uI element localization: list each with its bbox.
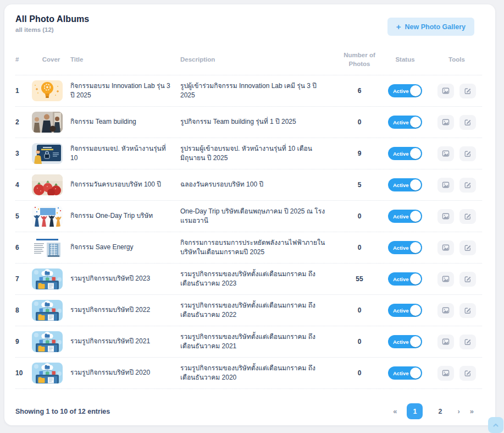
table-row: 7 รวมรูปกิจกรรมบริษัทปี 2023รวมรูปกิจกรร…: [15, 264, 482, 295]
tools-cell: [431, 240, 482, 255]
photo-count: 55: [340, 275, 379, 283]
table-row: 4 กิจกรรมวันครบรอบบริษัท 100 ปีฉลองวันคร…: [15, 169, 482, 201]
page-title: All Photo Albums: [15, 14, 89, 24]
status-label: Active: [388, 88, 409, 94]
album-description: One-Day Trip บริษัทเดือนพฤษภาคม ปี 2025 …: [180, 207, 340, 226]
table-row: 6 กิจกรรม Save Energyกิจกรรมการอบรมการปร…: [15, 232, 482, 264]
status-toggle[interactable]: Active: [388, 178, 422, 191]
status-label: Active: [388, 370, 409, 376]
column-index: #: [15, 56, 32, 64]
album-cover-image[interactable]: [32, 112, 70, 133]
manage-photos-button[interactable]: [437, 146, 454, 161]
pagination-first-button[interactable]: «: [393, 407, 397, 415]
album-description: รูปรวมผู้เข้าอบรมจป. หัวหน้างานรุ่นที่ 1…: [180, 144, 340, 163]
column-cover: Cover: [32, 56, 70, 64]
manage-photos-button[interactable]: [437, 272, 454, 287]
edit-album-button[interactable]: [459, 146, 476, 161]
column-tools: Tools: [431, 56, 482, 64]
row-index: 6: [15, 244, 32, 251]
pagination: «12›»: [393, 403, 474, 419]
edit-album-button[interactable]: [459, 209, 476, 224]
edit-icon: [464, 306, 472, 314]
status-toggle[interactable]: Active: [388, 304, 422, 317]
cover-art-save-energy-poster: [32, 237, 63, 258]
table-footer: Showing 1 to 10 of 12 entries «12›»: [15, 403, 482, 419]
edit-icon: [464, 338, 472, 346]
status-toggle[interactable]: Active: [388, 84, 422, 97]
row-index: 9: [15, 338, 32, 346]
edit-album-button[interactable]: [459, 178, 476, 193]
photo-count: 0: [340, 212, 379, 220]
manage-photos-button[interactable]: [437, 303, 454, 318]
status-toggle[interactable]: Active: [388, 366, 422, 380]
album-cover-image[interactable]: [32, 300, 70, 321]
album-cover-image[interactable]: [32, 143, 70, 164]
status-label: Active: [388, 182, 409, 188]
edit-icon: [464, 212, 472, 220]
cover-art-party-celebration: [32, 206, 63, 227]
status-toggle[interactable]: Active: [388, 272, 422, 286]
status-label: Active: [388, 308, 409, 314]
tools-cell: [431, 272, 482, 287]
photo-count: 5: [340, 181, 379, 189]
manage-photos-button[interactable]: [437, 84, 454, 98]
status-toggle[interactable]: Active: [388, 335, 422, 348]
scroll-to-top-button[interactable]: [488, 417, 503, 433]
tools-cell: [431, 84, 482, 98]
album-cover-image[interactable]: [32, 237, 70, 258]
album-cover-image[interactable]: [32, 174, 70, 195]
toggle-knob: [410, 368, 421, 379]
edit-icon: [464, 275, 472, 283]
table-row: 5 กิจกรรม One-Day Trip บริษัทOne-Day Tri…: [15, 201, 482, 232]
album-cover-image[interactable]: [32, 331, 70, 352]
edit-album-button[interactable]: [459, 84, 476, 98]
edit-album-button[interactable]: [459, 272, 476, 287]
manage-photos-button[interactable]: [437, 366, 454, 381]
edit-icon: [464, 244, 472, 251]
album-title: กิจกรรมวันครบรอบบริษัท 100 ปี: [70, 180, 180, 189]
album-cover-image[interactable]: [32, 80, 70, 101]
status-toggle[interactable]: Active: [388, 116, 422, 129]
status-toggle[interactable]: Active: [388, 241, 422, 254]
table-header: # Cover Title Description Number of Phot…: [15, 43, 482, 75]
new-photo-gallery-label: New Photo Gallery: [405, 23, 466, 31]
photo-albums-panel: All Photo Albums all items (12) + New Ph…: [4, 4, 495, 425]
edit-album-button[interactable]: [459, 115, 476, 130]
edit-album-button[interactable]: [459, 240, 476, 255]
status-cell: Active: [379, 241, 431, 254]
album-title: กิจกรรม Team building: [70, 117, 180, 127]
cover-art-cybersecurity-poster: [32, 143, 63, 164]
image-icon: [442, 212, 450, 220]
edit-album-button[interactable]: [459, 303, 476, 318]
title-block: All Photo Albums all items (12): [15, 14, 89, 33]
row-index: 3: [15, 150, 32, 157]
manage-photos-button[interactable]: [437, 115, 454, 130]
status-cell: Active: [379, 210, 431, 223]
column-photos: Number of Photos: [340, 51, 379, 68]
album-description: กิจกรรมการอบรมการประหยัดพลังงานไฟฟ้าภายใ…: [180, 238, 340, 257]
manage-photos-button[interactable]: [437, 178, 454, 193]
edit-album-button[interactable]: [459, 335, 476, 349]
edit-album-button[interactable]: [459, 366, 476, 381]
status-label: Active: [388, 151, 409, 157]
pagination-page[interactable]: 2: [432, 403, 448, 419]
album-cover-image[interactable]: [32, 206, 70, 227]
tools-cell: [431, 146, 482, 161]
pagination-last-button[interactable]: »: [470, 407, 474, 415]
new-photo-gallery-button[interactable]: + New Photo Gallery: [387, 18, 474, 36]
album-cover-image[interactable]: [32, 268, 70, 289]
pagination-page-current[interactable]: 1: [407, 403, 423, 419]
status-toggle[interactable]: Active: [388, 147, 422, 160]
status-cell: Active: [379, 304, 431, 317]
album-cover-image[interactable]: [32, 363, 70, 383]
status-cell: Active: [379, 84, 431, 97]
manage-photos-button[interactable]: [437, 335, 454, 349]
manage-photos-button[interactable]: [437, 240, 454, 255]
status-cell: Active: [379, 272, 431, 286]
pagination-next-button[interactable]: ›: [457, 407, 460, 415]
status-cell: Active: [379, 335, 431, 348]
edit-icon: [464, 87, 472, 95]
manage-photos-button[interactable]: [437, 209, 454, 224]
edit-icon: [464, 150, 472, 157]
status-toggle[interactable]: Active: [388, 210, 422, 223]
